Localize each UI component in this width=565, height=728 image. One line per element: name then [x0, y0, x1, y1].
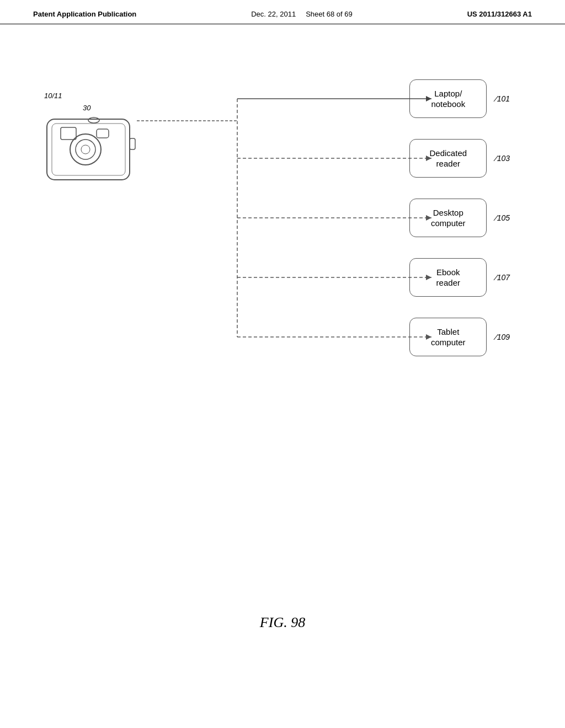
box-dedicated: Dedicatedreader	[409, 139, 487, 178]
box-laptop-text: Laptop/notebook	[431, 88, 465, 110]
header-right: US 2011/312663 A1	[467, 10, 532, 18]
boxes-container: Laptop/notebook ∕101 Dedicatedreader ∕10…	[409, 79, 510, 356]
header-center: Dec. 22, 2011 Sheet 68 of 69	[251, 10, 353, 18]
device-label-main: 10/11	[44, 92, 62, 100]
box-label-109: ∕109	[495, 333, 510, 341]
box-row-105: Desktopcomputer ∕105	[409, 199, 510, 237]
box-label-103: ∕103	[495, 154, 510, 163]
figure-label: FIG. 98	[260, 614, 305, 631]
svg-rect-1	[52, 124, 125, 175]
box-row-101: Laptop/notebook ∕101	[409, 79, 510, 118]
diagram-area: 10/11 30	[0, 35, 565, 642]
device-container: 10/11 30	[44, 90, 138, 188]
header-date: Dec. 22, 2011	[251, 10, 296, 18]
svg-point-2	[70, 134, 101, 165]
box-label-107: ∕107	[495, 273, 510, 282]
box-desktop: Desktopcomputer	[409, 199, 487, 237]
box-dedicated-text: Dedicatedreader	[430, 148, 467, 169]
box-ebook: Ebookreader	[409, 258, 487, 297]
box-row-107: Ebookreader ∕107	[409, 258, 510, 297]
svg-point-4	[81, 145, 90, 154]
box-label-105: ∕105	[495, 213, 510, 222]
device-label-sub: 30	[83, 104, 90, 112]
header-left: Patent Application Publication	[33, 10, 136, 18]
svg-rect-5	[130, 138, 135, 149]
box-row-109: Tabletcomputer ∕109	[409, 318, 510, 356]
box-row-103: Dedicatedreader ∕103	[409, 139, 510, 178]
svg-rect-0	[47, 119, 130, 180]
box-tablet-text: Tabletcomputer	[431, 326, 466, 348]
box-ebook-text: Ebookreader	[436, 267, 460, 288]
page: Patent Application Publication Dec. 22, …	[0, 0, 565, 728]
device-drawing	[44, 114, 138, 185]
box-desktop-text: Desktopcomputer	[431, 207, 466, 229]
svg-point-3	[76, 140, 95, 159]
page-header: Patent Application Publication Dec. 22, …	[0, 0, 565, 24]
svg-rect-6	[97, 129, 109, 138]
header-sheet: Sheet 68 of 69	[306, 10, 353, 18]
svg-point-8	[88, 117, 99, 123]
box-label-101: ∕101	[495, 94, 510, 103]
box-laptop: Laptop/notebook	[409, 79, 487, 118]
box-tablet: Tabletcomputer	[409, 318, 487, 356]
svg-rect-7	[61, 127, 76, 140]
